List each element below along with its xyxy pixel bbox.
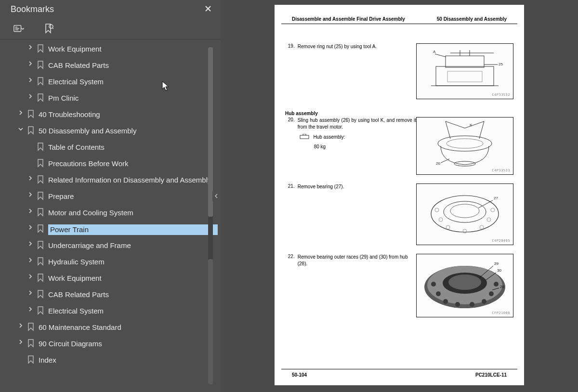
close-icon[interactable] — [204, 4, 212, 15]
svg-rect-7 — [446, 56, 484, 67]
bookmark-icon — [37, 159, 44, 168]
bookmark-label: Table of Contents — [48, 143, 218, 152]
svg-point-27 — [447, 139, 483, 148]
bookmark-item[interactable]: 40 Troubleshooting — [0, 108, 221, 124]
sidebar-toolbar — [0, 19, 221, 39]
bookmark-item[interactable]: Power Train — [0, 222, 221, 239]
bookmark-label: 50 Disassembly and Assembly — [39, 126, 218, 136]
figure: K 26 C4P33533 — [416, 117, 513, 175]
bookmark-item[interactable]: CAB Related Parts — [0, 59, 221, 75]
svg-point-46 — [448, 274, 481, 290]
figure-code: CFP21008 — [492, 311, 510, 315]
bookmark-icon — [37, 175, 44, 184]
bookmark-label: 60 Maintenance Standard — [39, 323, 218, 332]
bookmark-label: Motor and Cooling System — [48, 208, 218, 218]
svg-point-36 — [463, 229, 467, 233]
bookmark-item[interactable]: Electrical System — [0, 304, 221, 321]
chevron-right-icon[interactable] — [27, 192, 34, 199]
bookmark-label: Precautions Before Work — [48, 159, 218, 169]
bookmark-icon — [37, 44, 44, 53]
footer-left: 50-104 — [292, 372, 307, 378]
chevron-right-icon[interactable] — [27, 44, 34, 52]
chevron-right-icon[interactable] — [27, 241, 34, 248]
figure-code: C4P33533 — [492, 169, 510, 172]
step-19: 19. Remove ring nut (25) by using tool A… — [285, 43, 513, 99]
chevron-right-icon[interactable] — [17, 323, 24, 330]
bookmark-item[interactable]: 60 Maintenance Standard — [0, 321, 221, 337]
scrollbar[interactable] — [208, 47, 213, 384]
chevron-down-icon[interactable] — [17, 126, 24, 133]
footer-right: PC210LCE-11 — [475, 372, 507, 378]
bookmark-item[interactable]: Motor and Cooling System — [0, 206, 221, 222]
bookmark-item[interactable]: Undercarriage and Frame — [0, 239, 221, 255]
chevron-right-icon[interactable] — [27, 175, 34, 183]
svg-rect-6 — [436, 66, 494, 86]
document-viewport[interactable]: Disassemble and Assemble Final Drive Ass… — [221, 0, 578, 392]
bookmark-tree[interactable]: Work EquipmentCAB Related PartsElectrica… — [0, 39, 221, 392]
chevron-right-icon[interactable] — [17, 339, 24, 346]
chevron-right-icon[interactable] — [27, 93, 34, 101]
find-bookmark-icon[interactable] — [43, 24, 54, 34]
bookmark-item[interactable]: 90 Circuit Diagrams — [0, 337, 221, 353]
bookmark-icon — [27, 339, 35, 348]
chevron-right-icon[interactable] — [27, 274, 34, 281]
sidebar-header: Bookmarks — [0, 0, 221, 19]
bookmark-icon — [37, 93, 44, 102]
chevron-right-icon[interactable] — [27, 224, 34, 232]
sidebar-title: Bookmarks — [11, 4, 54, 14]
bookmark-icon — [37, 192, 44, 200]
svg-point-39 — [491, 208, 495, 212]
bookmark-label: Work Equipment — [48, 44, 218, 54]
options-icon[interactable] — [13, 24, 24, 34]
bookmark-icon — [37, 306, 44, 315]
figure-code: C4P20495 — [492, 239, 510, 243]
svg-point-4 — [49, 25, 53, 28]
chevron-right-icon[interactable] — [27, 208, 34, 215]
bookmark-label: Electrical System — [48, 77, 218, 87]
collapse-panel-handle[interactable] — [212, 191, 220, 201]
svg-point-34 — [439, 218, 443, 222]
svg-text:30: 30 — [497, 268, 501, 273]
bookmark-item[interactable]: CAB Related Parts — [0, 288, 221, 304]
svg-point-50 — [470, 302, 474, 307]
bookmark-item[interactable]: Index — [0, 353, 221, 370]
chevron-right-icon[interactable] — [27, 61, 34, 68]
bookmark-item[interactable]: Table of Contents — [0, 141, 221, 157]
bookmark-icon — [37, 77, 44, 86]
figure: A 25 C4P33532 — [416, 43, 513, 99]
bookmark-icon — [37, 224, 44, 233]
bookmark-icon — [27, 323, 35, 331]
svg-text:25: 25 — [499, 62, 503, 66]
step-text: Sling hub assembly (26) by using tool K,… — [298, 117, 416, 130]
chevron-right-icon[interactable] — [27, 257, 34, 264]
svg-line-23 — [446, 121, 450, 139]
bookmark-icon — [37, 208, 44, 217]
svg-text:K: K — [470, 123, 473, 127]
bookmark-item[interactable]: Precautions Before Work — [0, 157, 221, 173]
bookmark-item[interactable]: Hydraulic System — [0, 255, 221, 272]
svg-text:A: A — [433, 50, 436, 54]
bookmark-item[interactable]: Pm Clinic — [0, 91, 221, 108]
bookmark-item[interactable]: Related Information on Disassembly and A… — [0, 173, 221, 190]
svg-point-32 — [444, 201, 486, 222]
svg-line-30 — [441, 159, 449, 163]
bookmark-item[interactable]: Work Equipment — [0, 42, 221, 59]
svg-line-12 — [435, 54, 446, 57]
bookmark-icon — [37, 274, 44, 282]
svg-text:27: 27 — [494, 196, 498, 200]
bookmark-item[interactable]: 50 Disassembly and Assembly — [0, 124, 221, 141]
bookmark-item[interactable]: Prepare — [0, 190, 221, 206]
svg-point-35 — [446, 225, 450, 229]
bookmark-label: Prepare — [48, 192, 218, 201]
chevron-right-icon[interactable] — [27, 306, 34, 314]
bookmark-label: Work Equipment — [48, 274, 218, 283]
bookmark-label: Index — [39, 355, 218, 365]
svg-point-33 — [450, 204, 479, 218]
svg-line-22 — [465, 121, 484, 128]
bookmark-item[interactable]: Work Equipment — [0, 272, 221, 288]
bookmark-item[interactable]: Electrical System — [0, 75, 221, 91]
chevron-right-icon[interactable] — [27, 77, 34, 84]
svg-point-49 — [455, 302, 460, 307]
chevron-right-icon[interactable] — [27, 290, 34, 297]
chevron-right-icon[interactable] — [17, 110, 24, 117]
